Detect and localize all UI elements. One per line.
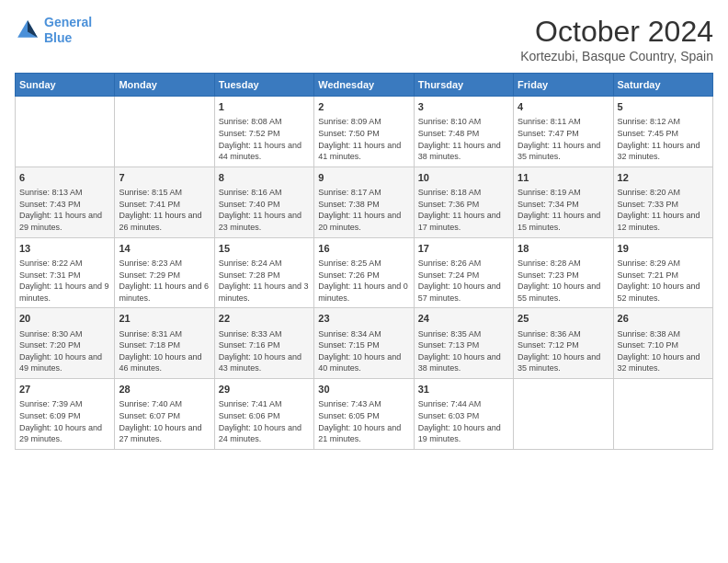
day-info: Sunrise: 8:29 AM Sunset: 7:21 PM Dayligh… (618, 258, 709, 304)
day-info: Sunrise: 7:40 AM Sunset: 6:07 PM Dayligh… (119, 398, 210, 444)
calendar-cell: 19Sunrise: 8:29 AM Sunset: 7:21 PM Dayli… (613, 237, 712, 308)
day-info: Sunrise: 8:16 AM Sunset: 7:40 PM Dayligh… (219, 187, 310, 233)
calendar-cell: 12Sunrise: 8:20 AM Sunset: 7:33 PM Dayli… (613, 167, 712, 237)
day-info: Sunrise: 8:25 AM Sunset: 7:26 PM Dayligh… (318, 258, 409, 304)
day-info: Sunrise: 8:23 AM Sunset: 7:29 PM Dayligh… (119, 258, 210, 304)
day-info: Sunrise: 8:13 AM Sunset: 7:43 PM Dayligh… (19, 187, 110, 233)
calendar-cell: 26Sunrise: 8:38 AM Sunset: 7:10 PM Dayli… (613, 308, 712, 379)
day-number: 7 (119, 171, 210, 185)
calendar-cell (613, 379, 712, 450)
day-number: 3 (418, 100, 509, 114)
calendar-header-row: SundayMondayTuesdayWednesdayThursdayFrid… (16, 74, 713, 97)
col-header-sunday: Sunday (16, 74, 115, 97)
calendar-cell (115, 97, 214, 167)
col-header-wednesday: Wednesday (314, 74, 414, 97)
day-number: 28 (119, 383, 210, 396)
day-number: 16 (318, 242, 409, 256)
day-number: 17 (418, 242, 509, 256)
day-info: Sunrise: 8:31 AM Sunset: 7:18 PM Dayligh… (119, 328, 210, 374)
day-number: 31 (418, 383, 509, 396)
day-number: 24 (418, 312, 509, 326)
calendar-cell: 5Sunrise: 8:12 AM Sunset: 7:45 PM Daylig… (613, 97, 712, 167)
calendar-cell: 29Sunrise: 7:41 AM Sunset: 6:06 PM Dayli… (214, 379, 313, 450)
calendar-cell: 13Sunrise: 8:22 AM Sunset: 7:31 PM Dayli… (16, 237, 115, 308)
day-number: 14 (119, 242, 210, 256)
calendar-cell: 11Sunrise: 8:19 AM Sunset: 7:34 PM Dayli… (514, 167, 613, 237)
day-info: Sunrise: 8:38 AM Sunset: 7:10 PM Dayligh… (618, 328, 709, 374)
calendar-week-row: 1Sunrise: 8:08 AM Sunset: 7:52 PM Daylig… (16, 97, 713, 167)
col-header-thursday: Thursday (414, 74, 513, 97)
day-info: Sunrise: 8:20 AM Sunset: 7:33 PM Dayligh… (618, 187, 709, 233)
calendar-cell: 1Sunrise: 8:08 AM Sunset: 7:52 PM Daylig… (214, 97, 313, 167)
calendar-cell: 31Sunrise: 7:44 AM Sunset: 6:03 PM Dayli… (414, 379, 513, 450)
day-number: 6 (19, 171, 110, 185)
calendar-cell: 28Sunrise: 7:40 AM Sunset: 6:07 PM Dayli… (115, 379, 214, 450)
day-info: Sunrise: 8:10 AM Sunset: 7:48 PM Dayligh… (418, 116, 509, 162)
location-subtitle: Kortezubi, Basque Country, Spain (520, 49, 713, 63)
calendar-cell: 20Sunrise: 8:30 AM Sunset: 7:20 PM Dayli… (16, 308, 115, 379)
day-number: 21 (119, 312, 210, 326)
day-number: 23 (318, 312, 409, 326)
day-info: Sunrise: 8:26 AM Sunset: 7:24 PM Dayligh… (418, 258, 509, 304)
calendar-cell: 14Sunrise: 8:23 AM Sunset: 7:29 PM Dayli… (115, 237, 214, 308)
day-number: 18 (518, 242, 609, 256)
col-header-tuesday: Tuesday (214, 74, 313, 97)
calendar-cell: 15Sunrise: 8:24 AM Sunset: 7:28 PM Dayli… (214, 237, 313, 308)
day-info: Sunrise: 7:41 AM Sunset: 6:06 PM Dayligh… (219, 398, 310, 444)
calendar-cell: 9Sunrise: 8:17 AM Sunset: 7:38 PM Daylig… (314, 167, 414, 237)
calendar-cell: 23Sunrise: 8:34 AM Sunset: 7:15 PM Dayli… (314, 308, 414, 379)
calendar-cell: 16Sunrise: 8:25 AM Sunset: 7:26 PM Dayli… (314, 237, 414, 308)
day-info: Sunrise: 7:39 AM Sunset: 6:09 PM Dayligh… (19, 398, 110, 444)
calendar-week-row: 13Sunrise: 8:22 AM Sunset: 7:31 PM Dayli… (16, 237, 713, 308)
calendar-cell: 21Sunrise: 8:31 AM Sunset: 7:18 PM Dayli… (115, 308, 214, 379)
calendar-cell: 3Sunrise: 8:10 AM Sunset: 7:48 PM Daylig… (414, 97, 513, 167)
day-info: Sunrise: 8:12 AM Sunset: 7:45 PM Dayligh… (618, 116, 709, 162)
month-title: October 2024 (520, 15, 713, 49)
day-number: 5 (618, 100, 709, 114)
day-number: 30 (318, 383, 409, 396)
title-block: October 2024 Kortezubi, Basque Country, … (520, 15, 713, 63)
col-header-monday: Monday (115, 74, 214, 97)
calendar-cell: 17Sunrise: 8:26 AM Sunset: 7:24 PM Dayli… (414, 237, 513, 308)
day-number: 25 (518, 312, 609, 326)
day-info: Sunrise: 8:17 AM Sunset: 7:38 PM Dayligh… (318, 187, 409, 233)
calendar-week-row: 27Sunrise: 7:39 AM Sunset: 6:09 PM Dayli… (16, 379, 713, 450)
col-header-friday: Friday (514, 74, 613, 97)
day-info: Sunrise: 8:30 AM Sunset: 7:20 PM Dayligh… (19, 328, 110, 374)
calendar-cell: 7Sunrise: 8:15 AM Sunset: 7:41 PM Daylig… (115, 167, 214, 237)
day-number: 2 (318, 100, 409, 114)
day-info: Sunrise: 8:09 AM Sunset: 7:50 PM Dayligh… (318, 116, 409, 162)
calendar-cell: 2Sunrise: 8:09 AM Sunset: 7:50 PM Daylig… (314, 97, 414, 167)
calendar-cell (514, 379, 613, 450)
day-number: 12 (618, 171, 709, 185)
day-number: 8 (219, 171, 310, 185)
day-number: 20 (19, 312, 110, 326)
day-number: 27 (19, 383, 110, 396)
calendar-cell: 24Sunrise: 8:35 AM Sunset: 7:13 PM Dayli… (414, 308, 513, 379)
day-info: Sunrise: 8:19 AM Sunset: 7:34 PM Dayligh… (518, 187, 609, 233)
day-info: Sunrise: 8:11 AM Sunset: 7:47 PM Dayligh… (518, 116, 609, 162)
day-number: 26 (618, 312, 709, 326)
calendar-week-row: 6Sunrise: 8:13 AM Sunset: 7:43 PM Daylig… (16, 167, 713, 237)
logo-text: General Blue (44, 15, 92, 46)
day-info: Sunrise: 8:28 AM Sunset: 7:23 PM Dayligh… (518, 258, 609, 304)
day-info: Sunrise: 8:18 AM Sunset: 7:36 PM Dayligh… (418, 187, 509, 233)
day-info: Sunrise: 8:36 AM Sunset: 7:12 PM Dayligh… (518, 328, 609, 374)
day-number: 10 (418, 171, 509, 185)
page-header: General Blue October 2024 Kortezubi, Bas… (15, 15, 713, 63)
calendar-week-row: 20Sunrise: 8:30 AM Sunset: 7:20 PM Dayli… (16, 308, 713, 379)
day-info: Sunrise: 8:33 AM Sunset: 7:16 PM Dayligh… (219, 328, 310, 374)
day-info: Sunrise: 8:08 AM Sunset: 7:52 PM Dayligh… (219, 116, 310, 162)
calendar-cell: 30Sunrise: 7:43 AM Sunset: 6:05 PM Dayli… (314, 379, 414, 450)
day-info: Sunrise: 7:44 AM Sunset: 6:03 PM Dayligh… (418, 398, 509, 444)
day-number: 11 (518, 171, 609, 185)
day-number: 29 (219, 383, 310, 396)
day-number: 9 (318, 171, 409, 185)
day-number: 22 (219, 312, 310, 326)
day-info: Sunrise: 7:43 AM Sunset: 6:05 PM Dayligh… (318, 398, 409, 444)
day-number: 1 (219, 100, 310, 114)
calendar-cell: 10Sunrise: 8:18 AM Sunset: 7:36 PM Dayli… (414, 167, 513, 237)
calendar-table: SundayMondayTuesdayWednesdayThursdayFrid… (15, 73, 713, 450)
calendar-cell: 6Sunrise: 8:13 AM Sunset: 7:43 PM Daylig… (16, 167, 115, 237)
calendar-cell: 22Sunrise: 8:33 AM Sunset: 7:16 PM Dayli… (214, 308, 313, 379)
